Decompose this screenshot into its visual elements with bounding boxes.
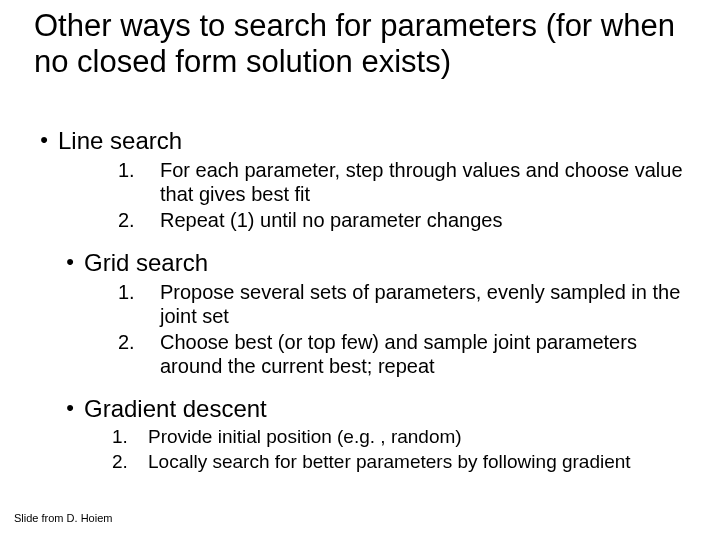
heading-text: Line search (58, 126, 182, 156)
item-number: 1. (118, 158, 160, 206)
list-item: 2. Choose best (or top few) and sample j… (30, 330, 690, 378)
item-number: 2. (112, 451, 148, 474)
list-item: 2. Locally search for better parameters … (30, 451, 690, 474)
heading-text: Grid search (84, 248, 208, 278)
list-line-search: 1. For each parameter, step through valu… (30, 158, 690, 232)
bullet-grid-search: • Grid search (30, 248, 690, 278)
list-gradient-descent: 1. Provide initial position (e.g. , rand… (30, 426, 690, 474)
item-text: Locally search for better parameters by … (148, 451, 631, 474)
item-number: 1. (118, 280, 160, 328)
slide-title: Other ways to search for parameters (for… (34, 8, 690, 79)
bullet-icon: • (30, 126, 58, 156)
slide: Other ways to search for parameters (for… (0, 0, 720, 540)
bullet-gradient-descent: • Gradient descent (30, 394, 690, 424)
item-text: Propose several sets of parameters, even… (160, 280, 690, 328)
list-item: 1. For each parameter, step through valu… (30, 158, 690, 206)
bullet-line-search: • Line search (30, 126, 690, 156)
list-item: 1. Provide initial position (e.g. , rand… (30, 426, 690, 449)
item-text: For each parameter, step through values … (160, 158, 690, 206)
heading-text: Gradient descent (84, 394, 267, 424)
bullet-icon: • (56, 394, 84, 424)
list-grid-search: 1. Propose several sets of parameters, e… (30, 280, 690, 378)
item-text: Choose best (or top few) and sample join… (160, 330, 690, 378)
list-item: 2. Repeat (1) until no parameter changes (30, 208, 690, 232)
slide-credit: Slide from D. Hoiem (14, 512, 112, 524)
item-number: 2. (118, 330, 160, 378)
item-text: Provide initial position (e.g. , random) (148, 426, 462, 449)
item-number: 2. (118, 208, 160, 232)
list-item: 1. Propose several sets of parameters, e… (30, 280, 690, 328)
slide-body: • Line search 1. For each parameter, ste… (30, 120, 690, 474)
bullet-icon: • (56, 248, 84, 278)
item-number: 1. (112, 426, 148, 449)
item-text: Repeat (1) until no parameter changes (160, 208, 502, 232)
